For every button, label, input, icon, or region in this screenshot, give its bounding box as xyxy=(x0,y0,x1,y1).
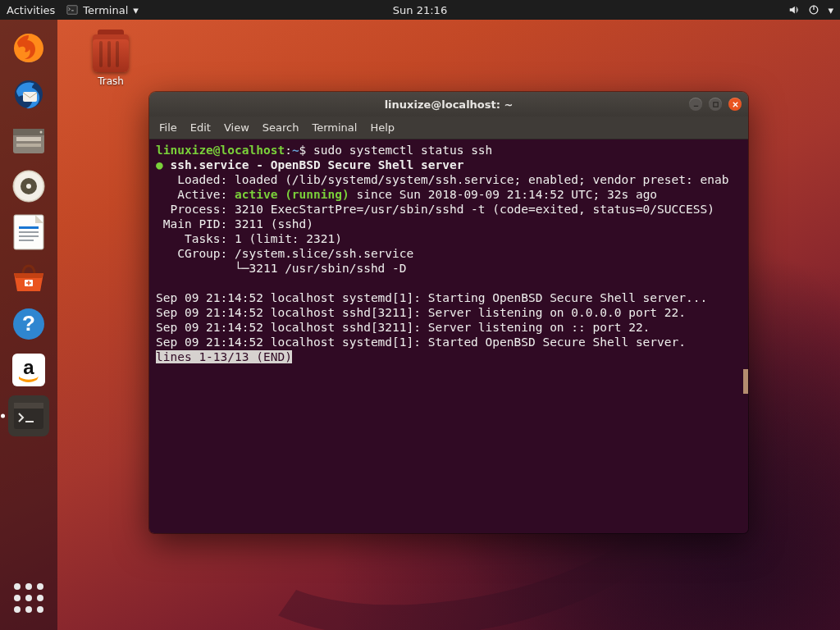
launcher-files[interactable] xyxy=(8,120,49,161)
amazon-icon: a xyxy=(11,352,47,388)
terminal-output[interactable]: linuxize@localhost:~$ sudo systemctl sta… xyxy=(149,139,748,533)
menu-view[interactable]: View xyxy=(224,121,249,134)
mainpid-line: Main PID: 3211 (sshd) xyxy=(156,217,313,231)
loaded-line: Loaded: loaded (/lib/systemd/system/ssh.… xyxy=(156,173,728,186)
launcher-terminal[interactable] xyxy=(8,395,49,436)
trash-label: Trash xyxy=(82,75,139,87)
svg-rect-9 xyxy=(16,144,41,147)
menu-terminal[interactable]: Terminal xyxy=(312,121,357,134)
writer-icon xyxy=(12,213,45,251)
prompt-symbol: $ xyxy=(299,144,313,157)
terminal-window: linuxize@localhost: ~ File Edit View Sea… xyxy=(149,92,748,533)
menu-search[interactable]: Search xyxy=(262,121,299,134)
svg-rect-8 xyxy=(16,137,41,141)
power-icon xyxy=(808,4,819,16)
cgroup-line: CGroup: /system.slice/ssh.service xyxy=(156,247,413,260)
unit-line: ssh.service - OpenBSD Secure Shell serve… xyxy=(163,158,464,171)
pager-status: lines 1-13/13 (END) xyxy=(156,350,292,363)
prompt-path: ~ xyxy=(292,144,299,157)
svg-point-10 xyxy=(40,131,43,134)
log-line-1: Sep 09 21:14:52 localhost systemd[1]: St… xyxy=(156,291,707,304)
svg-point-14 xyxy=(26,184,31,189)
svg-rect-7 xyxy=(13,129,44,135)
chevron-down-icon: ▾ xyxy=(133,4,139,16)
command-text: sudo systemctl status ssh xyxy=(313,144,492,157)
desktop-trash[interactable]: Trash xyxy=(82,34,139,87)
log-line-4: Sep 09 21:14:52 localhost systemd[1]: St… xyxy=(156,336,686,349)
terminal-menubar: File Edit View Search Terminal Help xyxy=(149,116,748,139)
svg-rect-30 xyxy=(713,102,717,106)
rhythmbox-icon xyxy=(11,169,46,203)
top-bar: Activities Terminal ▾ Sun 21:16 ▾ xyxy=(0,0,840,20)
terminal-scrollbar[interactable] xyxy=(743,369,748,394)
help-icon: ? xyxy=(11,307,46,341)
launcher-libreoffice-writer[interactable] xyxy=(8,212,49,253)
window-title: linuxize@localhost: ~ xyxy=(385,98,514,111)
launcher-rhythmbox[interactable] xyxy=(8,166,49,207)
launcher-help[interactable]: ? xyxy=(8,304,49,345)
svg-text:a: a xyxy=(23,356,34,378)
window-maximize-button[interactable] xyxy=(709,98,722,111)
menu-file[interactable]: File xyxy=(159,121,177,134)
app-menu[interactable]: Terminal ▾ xyxy=(66,4,138,16)
trash-icon xyxy=(93,34,129,72)
terminal-icon xyxy=(12,401,45,431)
tasks-line: Tasks: 1 (limit: 2321) xyxy=(156,232,342,245)
launcher-ubuntu-software[interactable] xyxy=(8,258,49,299)
menu-edit[interactable]: Edit xyxy=(190,121,211,134)
chevron-down-icon: ▾ xyxy=(828,4,833,16)
firefox-icon xyxy=(11,31,46,66)
volume-icon xyxy=(788,4,800,16)
svg-rect-0 xyxy=(67,6,77,15)
files-icon xyxy=(11,124,47,157)
prompt-user-host: linuxize@localhost xyxy=(156,144,285,157)
activities-button[interactable]: Activities xyxy=(7,4,55,16)
svg-rect-5 xyxy=(23,92,37,102)
log-line-2: Sep 09 21:14:52 localhost sshd[3211]: Se… xyxy=(156,306,686,319)
svg-text:?: ? xyxy=(22,311,35,336)
launcher-thunderbird[interactable] xyxy=(8,74,49,115)
cgroup-child-line: └─3211 /usr/sbin/sshd -D xyxy=(156,262,407,275)
window-minimize-button[interactable] xyxy=(689,98,702,111)
terminal-icon xyxy=(66,4,78,16)
svg-rect-27 xyxy=(14,403,43,409)
desktop: Activities Terminal ▾ Sun 21:16 ▾ Trash xyxy=(0,0,840,630)
show-applications-button[interactable] xyxy=(8,578,49,619)
system-menu[interactable]: ▾ xyxy=(788,4,833,16)
log-line-3: Sep 09 21:14:52 localhost sshd[3211]: Se… xyxy=(156,321,650,334)
svg-rect-19 xyxy=(19,235,39,237)
active-rest: since Sun 2018-09-09 21:14:52 UTC; 32s a… xyxy=(349,188,657,201)
launcher-dock: ? a xyxy=(0,20,57,630)
clock[interactable]: Sun 21:16 xyxy=(393,4,447,16)
status-dot: ● xyxy=(156,158,163,171)
thunderbird-icon xyxy=(11,77,46,112)
svg-rect-20 xyxy=(19,240,34,241)
launcher-firefox[interactable] xyxy=(8,28,49,69)
process-line: Process: 3210 ExecStartPre=/usr/sbin/ssh… xyxy=(156,203,714,216)
window-close-button[interactable] xyxy=(728,98,742,111)
active-value: active (running) xyxy=(235,188,349,201)
window-titlebar[interactable]: linuxize@localhost: ~ xyxy=(149,92,748,116)
menu-help[interactable]: Help xyxy=(370,121,395,134)
svg-rect-18 xyxy=(19,231,39,233)
active-label: Active: xyxy=(156,188,235,201)
svg-rect-17 xyxy=(19,226,39,229)
app-menu-label: Terminal xyxy=(83,4,128,16)
prompt-sep: : xyxy=(285,144,292,157)
software-icon xyxy=(11,262,47,294)
launcher-amazon[interactable]: a xyxy=(8,349,49,390)
